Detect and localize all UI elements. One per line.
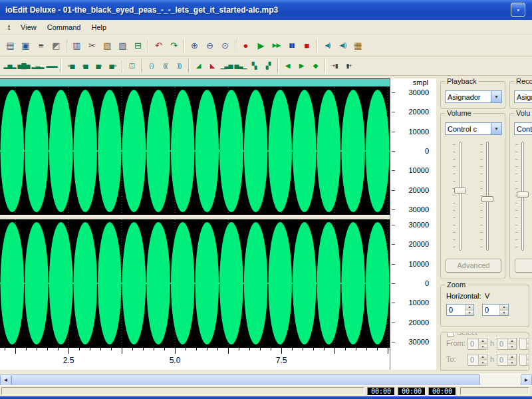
delete-selection-icon[interactable]: ⊟ (130, 38, 146, 53)
record-icon[interactable]: ● (238, 38, 253, 53)
spinner-value: 0 (447, 305, 465, 315)
volume-group-label: Volume (445, 109, 473, 117)
cue-point-icon[interactable]: ◆ (309, 60, 323, 72)
rewind-marker-icon[interactable]: ◀ (281, 60, 295, 72)
waveform-left-channel[interactable] (0, 87, 390, 215)
play-icon[interactable]: ▶ (253, 38, 269, 53)
menu-item-command[interactable]: Command (42, 21, 86, 33)
waveform-right-channel[interactable] (0, 219, 390, 347)
select-all-wave-icon[interactable]: ▂▅▂ (3, 60, 17, 72)
play-all-icon[interactable]: ▶▶ (269, 38, 284, 53)
invert-icon[interactable]: ▚ (247, 60, 261, 72)
toolbar-separator (277, 59, 279, 72)
copy-icon[interactable]: ▥ (69, 38, 84, 53)
playback-device-select[interactable]: Asignador▼ (445, 90, 502, 103)
select-to-minutes-spinner: 0▲▼ (497, 354, 517, 366)
zoom-vertical-spinner[interactable]: 0▲▼ (482, 304, 509, 316)
scale-unit-label: smpl (413, 78, 428, 86)
split-channels-icon[interactable]: +▮ (328, 60, 342, 72)
amplify-icon[interactable]: ▁▃▅ (219, 60, 233, 72)
scrollbar-track[interactable] (11, 374, 521, 385)
spin-down-button[interactable]: ▼ (466, 311, 473, 316)
timeline-ruler[interactable]: 2.55.07.5 (0, 347, 390, 370)
time-display-length: 00:00 (428, 387, 456, 396)
monitor-speaker-icon[interactable]: ◀) (320, 38, 335, 53)
mixer-icon[interactable]: ▦ (350, 38, 366, 53)
timeline-tick (271, 348, 271, 350)
select-from-unit-label: h (490, 339, 494, 347)
reverse-icon[interactable]: ▞ (261, 60, 275, 72)
flatten-wave-icon[interactable]: ▬▬ (45, 60, 59, 72)
zoom-in-icon[interactable]: ⊕ (187, 38, 202, 53)
toolbar-separator (235, 39, 236, 53)
horizontal-scrollbar[interactable]: ◄ ► (0, 374, 532, 385)
zoom-wave-in-icon[interactable]: ▅▇▅ (17, 60, 31, 72)
scroll-right-button[interactable]: ► (521, 374, 532, 386)
window-control-button[interactable]: ▪ (511, 3, 525, 17)
chevron-down-icon[interactable]: ▼ (491, 123, 501, 134)
slider-thumb[interactable] (481, 196, 493, 202)
undo-icon[interactable]: ↶ (151, 38, 166, 53)
scroll-left-button[interactable]: ◄ (0, 374, 11, 386)
slider-track (459, 142, 462, 251)
scale-value: 10000 (390, 128, 437, 136)
spin-up-button[interactable]: ▲ (466, 305, 473, 311)
reduce-icon[interactable]: ▅▃▁ (233, 60, 247, 72)
silence-icon[interactable]: (·) (144, 60, 158, 72)
record-volume-control-select[interactable]: Cont▼ (514, 122, 532, 135)
zoom-all-icon[interactable]: ⊙ (217, 38, 233, 53)
select-to-label: To: (446, 355, 456, 363)
fade-out-icon[interactable]: ◣ (205, 60, 219, 72)
zoom-wave-out-icon[interactable]: ▂▃▂ (31, 60, 45, 72)
titlebar: ioEdit Deluxe - 01-the_black_eyed_peas_-… (0, 0, 532, 20)
redo-icon[interactable]: ↷ (166, 38, 182, 53)
center-view-icon[interactable]: ◫ (125, 60, 139, 72)
record-device-select[interactable]: Asigna▼ (514, 90, 532, 103)
cut-icon[interactable]: ✂ (84, 38, 100, 53)
spin-up-button[interactable]: ▲ (500, 305, 508, 311)
volume-control-select[interactable]: Control c▼ (445, 122, 502, 135)
zoom-horizontal-spinner[interactable]: 0▲▼ (446, 304, 474, 316)
select-group-label: Select (445, 332, 479, 336)
slider-thumb[interactable] (517, 192, 529, 198)
volume-slider-left[interactable] (453, 140, 467, 252)
forward-marker-icon[interactable]: ▶ (295, 60, 309, 72)
step-back-icon[interactable]: ‹▅ (78, 60, 92, 72)
new-file-icon[interactable]: ▤ (3, 38, 18, 53)
waveform-area: 2.55.07.5 (0, 78, 390, 370)
loud-speaker-icon[interactable]: ◀)) (335, 38, 350, 53)
timeline-tick (5, 348, 5, 350)
scale-value: 0 (390, 279, 437, 287)
menu-item-edit[interactable]: t (3, 21, 15, 33)
slider-thumb[interactable] (454, 188, 466, 194)
timeline-tick (345, 348, 346, 350)
goto-end-icon[interactable]: ▅» (106, 60, 120, 72)
timeline-tick (249, 348, 250, 350)
file-info-icon[interactable]: ≡ (33, 38, 49, 53)
paste-new-icon[interactable]: ▨ (115, 38, 130, 53)
volume-slider-right[interactable] (480, 140, 495, 252)
scrollbar-thumb[interactable] (11, 374, 480, 386)
stop-icon[interactable]: ■ (299, 38, 315, 53)
menu-item-help[interactable]: Help (86, 21, 112, 33)
select-checkbox (447, 332, 454, 336)
menu-item-view[interactable]: View (15, 21, 42, 33)
spin-down-button: ▼ (527, 344, 529, 350)
timeline-tick (207, 348, 207, 350)
paste-icon[interactable]: ▧ (100, 38, 115, 53)
chevron-down-icon[interactable]: ▼ (491, 91, 501, 102)
join-channels-icon[interactable]: ▮+ (342, 60, 356, 72)
echo-icon[interactable]: ((( (158, 60, 172, 72)
save-icon[interactable]: ▣ (18, 38, 33, 53)
zoom-out-icon[interactable]: ⊖ (202, 38, 217, 53)
pause-icon[interactable]: ▮▮ (284, 38, 299, 53)
options-icon[interactable]: ◩ (49, 38, 64, 53)
fade-in-icon[interactable]: ◢ (192, 60, 205, 72)
overview-position-bar[interactable] (0, 78, 390, 87)
reverb-icon[interactable]: ))) (172, 60, 186, 72)
goto-start-icon[interactable]: «▅ (64, 60, 78, 72)
spin-down-button: ▼ (508, 344, 516, 350)
record-volume-slider[interactable] (515, 140, 530, 252)
step-forward-icon[interactable]: ▅› (92, 60, 106, 72)
spin-down-button[interactable]: ▼ (500, 311, 508, 316)
